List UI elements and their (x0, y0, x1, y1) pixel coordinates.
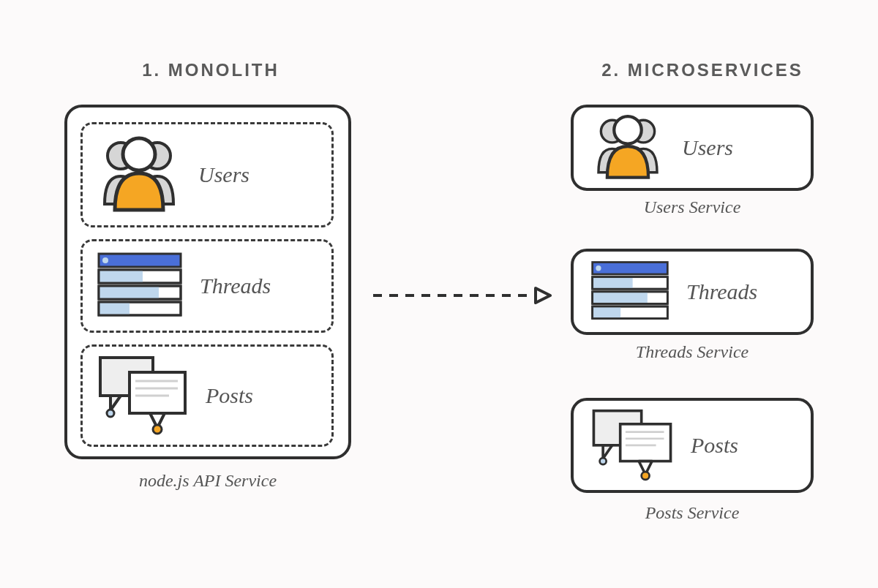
module-posts-label: Posts (206, 383, 253, 408)
svg-rect-17 (130, 372, 185, 413)
svg-rect-42 (620, 424, 671, 461)
posts-icon (590, 406, 675, 485)
heading-monolith: 1. MONOLITH (79, 60, 342, 80)
svg-point-27 (614, 116, 641, 143)
threads-icon (96, 251, 184, 321)
module-users-label: Users (198, 162, 249, 187)
svg-rect-34 (593, 292, 648, 304)
posts-icon (96, 353, 190, 438)
svg-point-41 (600, 458, 607, 464)
svg-rect-28 (593, 263, 668, 275)
module-threads-label: Threads (200, 274, 271, 298)
svg-marker-40 (603, 445, 612, 459)
svg-rect-3 (99, 254, 181, 267)
svg-rect-37 (593, 306, 621, 319)
module-users: Users (80, 122, 334, 227)
service-posts-caption: Posts Service (571, 503, 814, 523)
users-icon (96, 134, 182, 216)
service-posts-label: Posts (691, 433, 738, 458)
svg-point-47 (642, 472, 650, 480)
heading-microservices: 2. MICROSERVICES (571, 60, 834, 80)
svg-point-4 (102, 257, 108, 263)
threads-icon (590, 259, 670, 325)
service-users-label: Users (682, 135, 733, 160)
svg-point-16 (107, 410, 114, 417)
monolith-container: Users Threads (64, 105, 351, 459)
svg-point-22 (153, 425, 162, 434)
service-threads-caption: Threads Service (571, 342, 814, 362)
svg-marker-15 (110, 396, 121, 410)
transition-arrow-icon (372, 287, 553, 304)
svg-rect-9 (99, 286, 159, 299)
service-threads: Threads (571, 249, 814, 335)
svg-rect-6 (99, 270, 143, 283)
svg-rect-12 (99, 302, 130, 315)
service-users: Users (571, 105, 814, 191)
users-icon (590, 113, 666, 183)
svg-point-29 (596, 265, 601, 271)
service-threads-label: Threads (686, 279, 757, 304)
svg-marker-24 (536, 288, 550, 303)
service-users-caption: Users Service (571, 197, 814, 217)
module-threads: Threads (80, 239, 334, 333)
service-posts: Posts (571, 398, 814, 493)
svg-point-2 (123, 138, 155, 170)
monolith-caption: node.js API Service (64, 471, 351, 491)
module-posts: Posts (80, 344, 334, 447)
svg-rect-31 (593, 277, 633, 290)
